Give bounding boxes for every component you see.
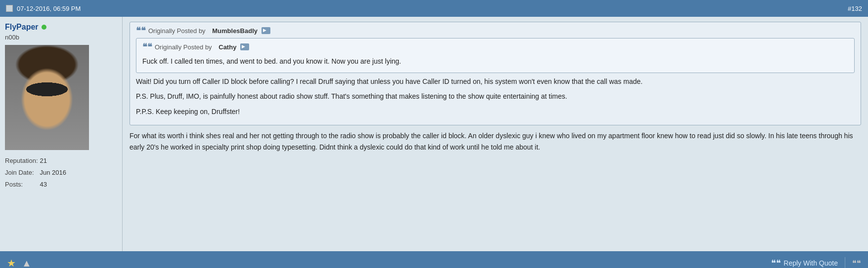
posts-label: Posts: (5, 179, 40, 191)
outer-quote-header: ❝❝ Originally Posted by MumblesBadly (136, 26, 855, 35)
inner-quote-header: ❝❝ Originally Posted by Cathy (142, 42, 848, 51)
post-header: 07-12-2016, 06:59 PM #132 (0, 0, 868, 17)
avatar (5, 45, 89, 150)
post-footer: ★ ▲ ❝❝ Reply With Quote ❝❝ (0, 251, 868, 268)
outer-quote-paragraph3: P.P.S. Keep keeping on, Druffster! (136, 106, 855, 117)
outer-quote-box: ❝❝ Originally Posted by MumblesBadly ❝❝ … (130, 22, 861, 125)
user-rank: n00b (5, 34, 117, 41)
post-content: ❝❝ Originally Posted by MumblesBadly ❝❝ … (123, 17, 868, 251)
post-header-left: 07-12-2016, 06:59 PM (6, 5, 81, 12)
avatar-image (5, 45, 89, 150)
posts-value: 43 (40, 179, 69, 191)
reputation-value: 21 (40, 155, 69, 167)
inner-quote-text: Fuck off. I called ten times, and went t… (142, 54, 848, 69)
reply-with-quote-button[interactable]: ❝❝ Reply With Quote (771, 258, 838, 268)
post-body: FlyPaper n00b Reputation: 21 Join Date: … (0, 17, 868, 251)
star-icon[interactable]: ★ (7, 257, 16, 268)
warn-icon[interactable]: ▲ (22, 258, 32, 268)
username-text[interactable]: FlyPaper (5, 23, 39, 32)
user-panel: FlyPaper n00b Reputation: 21 Join Date: … (0, 17, 123, 251)
footer-divider (845, 257, 845, 268)
inner-quote-marks: ❝❝ (142, 42, 152, 51)
post-icon (6, 5, 13, 12)
join-date-value: Jun 2016 (40, 167, 69, 179)
inner-quote-box: ❝❝ Originally Posted by Cathy Fuck off. … (136, 38, 855, 73)
online-indicator (42, 25, 46, 30)
username-display: FlyPaper (5, 23, 117, 32)
outer-quote-marks: ❝❝ (136, 26, 146, 35)
outer-quote-author[interactable]: MumblesBadly (212, 27, 258, 35)
footer-right: ❝❝ Reply With Quote ❝❝ (771, 257, 861, 268)
join-date-row: Join Date: Jun 2016 (5, 167, 68, 179)
reputation-label: Reputation: (5, 155, 40, 167)
outer-quote-paragraph1: Wait! Did you turn off Caller ID block b… (136, 76, 855, 87)
reply-quote-label: Reply With Quote (783, 259, 838, 267)
footer-left: ★ ▲ (7, 257, 32, 268)
inner-quote-author[interactable]: Cathy (218, 43, 236, 51)
reply-quote-icon: ❝❝ (771, 258, 781, 268)
post-number: #132 (848, 5, 862, 12)
user-stats: Reputation: 21 Join Date: Jun 2016 Posts… (5, 155, 117, 191)
outer-quote-paragraph2: P.S. Plus, Druff, IMO, is painfully hone… (136, 91, 855, 102)
reputation-row: Reputation: 21 (5, 155, 68, 167)
outer-quote-view-icon[interactable] (261, 27, 270, 34)
footer-extra-button[interactable]: ❝❝ (852, 259, 861, 268)
inner-quote-prefix: Originally Posted by (155, 43, 212, 51)
post-timestamp: 07-12-2016, 06:59 PM (17, 5, 81, 12)
main-post-text: For what its worth i think shes real and… (130, 130, 861, 153)
inner-quote-view-icon[interactable] (240, 43, 249, 50)
join-date-label: Join Date: (5, 167, 40, 179)
outer-quote-prefix: Originally Posted by (148, 27, 206, 35)
posts-row: Posts: 43 (5, 179, 68, 191)
